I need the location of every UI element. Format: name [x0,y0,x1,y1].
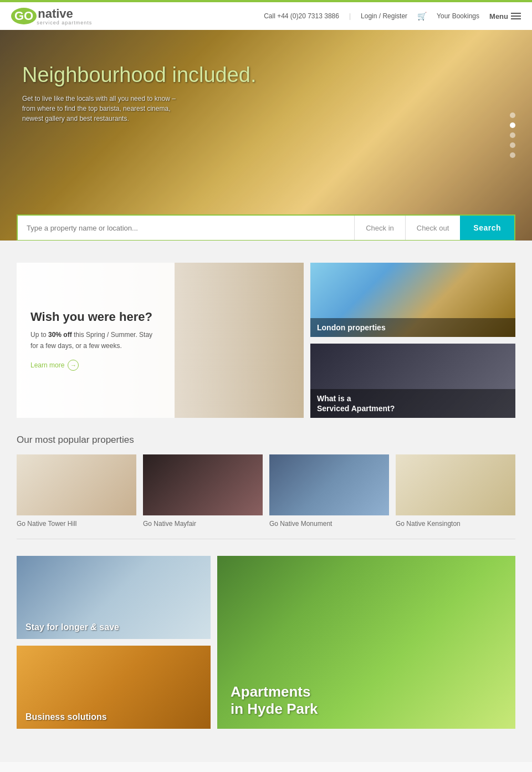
property-1[interactable]: Go Native Tower Hill [17,454,136,528]
hyde-label: Apartmentsin Hyde Park [231,683,318,718]
property-1-name: Go Native Tower Hill [17,520,136,528]
dot-3[interactable] [510,132,515,138]
bottom-banners: Stay for longer & save Business solution… [17,556,515,729]
hero-section: Neighbourhood included. Get to live like… [0,30,532,241]
logo-native: native [38,7,73,21]
dot-4[interactable] [510,142,515,148]
property-3-image [269,454,389,515]
checkin-field[interactable]: Check in [355,216,405,240]
logo-sub: serviced apartments [37,20,92,25]
hyde-park-banner[interactable]: Apartmentsin Hyde Park [217,556,515,729]
search-bar: Check in Check out Search [17,214,515,241]
dot-1[interactable] [510,113,515,118]
banner-left-col: Stay for longer & save Business solution… [17,556,211,729]
dot-2[interactable] [510,122,515,128]
location-input[interactable] [18,216,354,240]
property-3-name: Go Native Monument [269,520,389,528]
hero-subtitle: Get to live like the locals with all you… [22,94,188,124]
carousel-dots[interactable] [510,113,515,158]
main-content: Wish you were here? Up to 30% off this S… [0,241,532,762]
logo-text: native serviced apartments [37,7,92,25]
properties-grid: Go Native Tower Hill Go Native Mayfair G… [17,454,515,539]
property-4[interactable]: Go Native Kensington [396,454,515,528]
property-4-name: Go Native Kensington [396,520,515,528]
learn-more-label: Learn more [30,361,64,369]
search-button[interactable]: Search [460,216,514,240]
top-nav: Call +44 (0)20 7313 3886 | Login / Regis… [264,12,521,21]
service-card-label: What is aServiced Apartment? [310,389,515,418]
learn-more-icon: → [68,360,79,371]
login-link[interactable]: Login / Register [361,12,407,20]
hero-content: Neighbourhood included. Get to live like… [0,30,532,135]
london-card-label: London properties [310,318,515,337]
property-2-image [143,454,263,515]
property-1-image [17,454,136,515]
logo-go: GO [11,8,37,24]
phone-number: Call +44 (0)20 7313 3886 [264,12,339,20]
property-2[interactable]: Go Native Mayfair [143,454,263,528]
serviced-apartment-card[interactable]: What is aServiced Apartment? [310,344,515,418]
checkout-field[interactable]: Check out [406,216,461,240]
hero-title: Neighbourhood included. [22,63,510,87]
stay-longer-banner[interactable]: Stay for longer & save [17,556,211,639]
promo-overlay: Wish you were here? Up to 30% off this S… [17,263,175,418]
property-4-image [396,454,515,515]
promo-title: Wish you were here? [30,310,161,324]
promo-section: Wish you were here? Up to 30% off this S… [17,263,515,418]
menu-label: Menu [489,12,508,21]
footer: Go Native About Us Why Serviced Apartmen… [0,762,532,772]
promo-right-cards: London properties What is aServiced Apar… [310,263,515,418]
hamburger-icon [511,13,521,19]
london-properties-card[interactable]: London properties [310,263,515,337]
logo: GO native serviced apartments [11,7,92,25]
biz-label: Business solutions [25,712,107,722]
nav-separator: | [349,12,351,20]
cart-icon[interactable]: 🛒 [417,12,427,21]
property-2-name: Go Native Mayfair [143,520,263,528]
business-banner[interactable]: Business solutions [17,646,211,729]
property-3[interactable]: Go Native Monument [269,454,389,528]
dot-5[interactable] [510,152,515,158]
promo-main-card: Wish you were here? Up to 30% off this S… [17,263,304,418]
stay-label: Stay for longer & save [25,622,119,632]
bookings-link[interactable]: Your Bookings [437,12,479,20]
topbar: GO native serviced apartments Call +44 (… [0,0,532,30]
popular-title: Our most popular properties [17,434,515,446]
promo-text: Up to 30% off this Spring / Summer. Stay… [30,330,161,351]
menu-button[interactable]: Menu [489,12,521,21]
learn-more-link[interactable]: Learn more → [30,360,161,371]
